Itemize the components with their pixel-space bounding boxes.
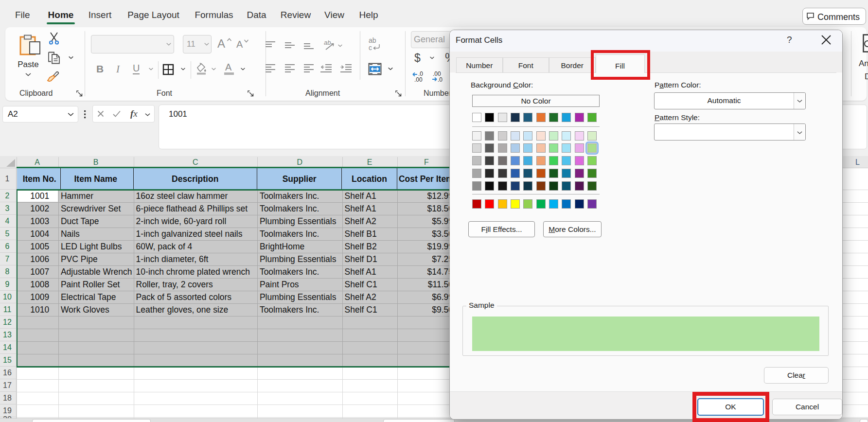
svg-text:.00: .00 [414,76,423,83]
svg-text:ab: ab [324,39,331,46]
svg-text:.0: .0 [438,76,443,83]
svg-text:ab: ab [369,37,376,44]
svg-text:c: c [369,44,372,52]
